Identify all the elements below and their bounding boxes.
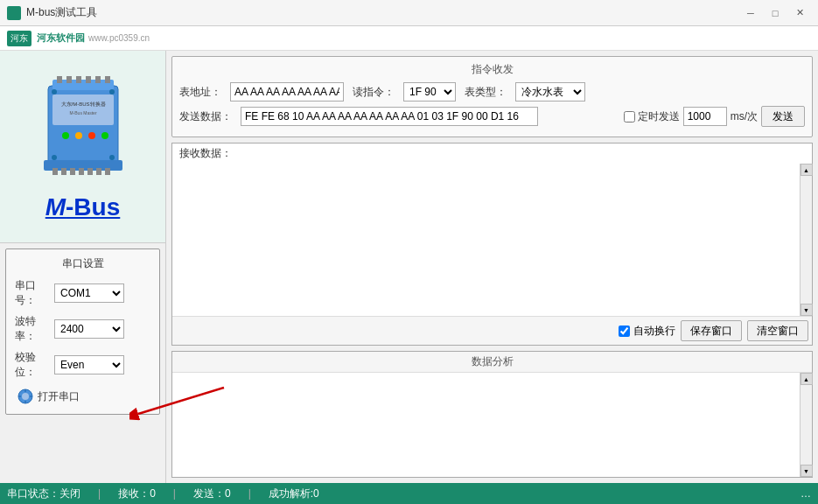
timed-send-label: 定时发送 xyxy=(638,109,680,124)
header-logo: 河东 河东软件园 www.pc0359.cn xyxy=(0,26,818,51)
status-bar: 串口状态：关闭 | 接收：0 | 发送：0 | 成功解析:0 … xyxy=(0,483,818,504)
svg-text:大东/M-BUS转换器: 大东/M-BUS转换器 xyxy=(60,101,105,107)
device-image-area: 大东/M-BUS转换器 M-Bus Master M-Bus xyxy=(0,51,165,243)
device-image: 大东/M-BUS转换器 M-Bus Master xyxy=(35,73,131,186)
parity-label: 校验位： xyxy=(15,350,54,380)
send-data-input[interactable] xyxy=(241,107,538,126)
scroll-down-btn[interactable]: ▼ xyxy=(801,304,813,316)
baud-label: 波特率： xyxy=(15,314,54,344)
svg-rect-3 xyxy=(57,76,62,83)
scroll-up-btn[interactable]: ▲ xyxy=(801,164,813,176)
svg-point-20 xyxy=(75,132,82,139)
serial-settings-title: 串口设置 xyxy=(15,256,150,271)
svg-rect-11 xyxy=(70,168,75,175)
svg-rect-4 xyxy=(66,76,72,83)
interval-input[interactable] xyxy=(683,107,727,126)
window-controls: ─ □ ✕ xyxy=(739,4,811,22)
svg-rect-6 xyxy=(86,76,91,83)
svg-point-23 xyxy=(52,89,57,94)
close-button[interactable]: ✕ xyxy=(788,4,811,22)
right-panel: 指令收发 表地址： 读指令： 1F 90 7F 90 表类型： 冷水水表 热水水… xyxy=(166,51,818,483)
auto-wrap-checkbox-label[interactable]: 自动换行 xyxy=(619,320,675,341)
analysis-scroll-down[interactable]: ▼ xyxy=(801,465,813,477)
receive-count: 接收：0 xyxy=(118,486,156,501)
svg-rect-9 xyxy=(52,168,58,175)
command-section: 指令收发 表地址： 读指令： 1F 90 7F 90 表类型： 冷水水表 热水水… xyxy=(171,56,813,137)
data-analysis-content[interactable] xyxy=(172,373,800,477)
port-row: 串口号： COM1 COM2 COM3 COM4 xyxy=(15,278,150,308)
command-section-title: 指令收发 xyxy=(179,62,805,77)
parity-select[interactable]: Even Odd None xyxy=(54,355,124,374)
port-status: 串口状态：关闭 xyxy=(7,486,80,501)
receive-content[interactable] xyxy=(172,164,800,316)
data-analysis-title: 数据分析 xyxy=(172,352,812,373)
interval-unit: ms/次 xyxy=(731,109,758,124)
send-data-label: 发送数据： xyxy=(179,109,232,124)
svg-point-21 xyxy=(88,132,95,139)
open-port-label: 打开串口 xyxy=(38,389,80,404)
svg-rect-5 xyxy=(76,76,81,83)
clear-window-button[interactable]: 清空窗口 xyxy=(747,320,808,341)
receive-controls: 自动换行 保存窗口 清空窗口 xyxy=(172,316,812,345)
save-window-button[interactable]: 保存窗口 xyxy=(681,320,742,341)
svg-rect-8 xyxy=(105,76,110,83)
receive-label: 接收数据： xyxy=(172,144,812,164)
success-parse: 成功解析:0 xyxy=(269,486,319,501)
svg-point-28 xyxy=(22,393,29,400)
logo-company: 河东软件园 xyxy=(37,32,85,45)
baud-select[interactable]: 2400 4800 9600 19200 xyxy=(54,319,124,339)
svg-point-24 xyxy=(109,89,115,94)
read-cmd-select[interactable]: 1F 90 7F 90 xyxy=(403,82,456,102)
svg-point-19 xyxy=(62,132,69,139)
title-bar: M-bus测试工具 ─ □ ✕ xyxy=(0,0,818,26)
svg-rect-13 xyxy=(87,168,93,175)
logo-icon: 河东 xyxy=(7,31,31,46)
port-select[interactable]: COM1 COM2 COM3 COM4 xyxy=(54,284,124,303)
svg-point-25 xyxy=(52,155,57,160)
open-port-button[interactable]: 打开串口 xyxy=(15,386,150,407)
parity-row: 校验位： Even Odd None xyxy=(15,350,150,380)
app-icon xyxy=(7,6,21,20)
baud-row: 波特率： 2400 4800 9600 19200 xyxy=(15,314,150,344)
receive-section: 接收数据： ▲ ▼ 自动换行 保存窗口 清空窗口 xyxy=(171,143,813,346)
port-icon xyxy=(17,388,34,405)
addr-input[interactable] xyxy=(230,82,344,102)
logo-url: www.pc0359.cn xyxy=(88,33,150,43)
analysis-scroll-up[interactable]: ▲ xyxy=(801,373,813,385)
svg-point-26 xyxy=(109,155,115,160)
svg-rect-12 xyxy=(79,168,84,175)
meter-type-select[interactable]: 冷水水表 热水水表 电表 气表 xyxy=(515,82,585,102)
read-cmd-label: 读指令： xyxy=(353,85,395,100)
svg-rect-7 xyxy=(95,76,101,83)
svg-rect-10 xyxy=(61,168,66,175)
auto-wrap-label: 自动换行 xyxy=(633,324,675,339)
cmd-row-2: 发送数据： 定时发送 ms/次 发送 xyxy=(179,106,805,127)
timed-send-area: 定时发送 ms/次 发送 xyxy=(624,106,805,127)
receive-scrollbar: ▲ ▼ xyxy=(800,164,812,316)
minimize-button[interactable]: ─ xyxy=(739,4,762,22)
send-button[interactable]: 发送 xyxy=(761,106,805,127)
port-label: 串口号： xyxy=(15,278,54,308)
serial-settings-panel: 串口设置 串口号： COM1 COM2 COM3 COM4 波特率： 2400 xyxy=(0,243,165,420)
timed-send-checkbox-label[interactable]: 定时发送 xyxy=(624,109,680,124)
meter-type-label: 表类型： xyxy=(465,85,507,100)
cmd-row-1: 表地址： 读指令： 1F 90 7F 90 表类型： 冷水水表 热水水表 电表 … xyxy=(179,82,805,102)
status-dots: … xyxy=(801,487,811,500)
svg-rect-14 xyxy=(96,168,101,175)
send-count: 发送：0 xyxy=(193,486,231,501)
data-analysis-section: 数据分析 ▲ ▼ xyxy=(171,351,813,478)
svg-text:M-Bus Master: M-Bus Master xyxy=(69,110,96,116)
title-bar-text: M-bus测试工具 xyxy=(26,5,739,20)
svg-rect-15 xyxy=(105,168,110,175)
maximize-button[interactable]: □ xyxy=(764,4,787,22)
svg-point-22 xyxy=(101,132,108,139)
analysis-scrollbar: ▲ ▼ xyxy=(800,373,812,477)
auto-wrap-checkbox[interactable] xyxy=(619,326,630,337)
addr-label: 表地址： xyxy=(179,85,221,100)
left-panel: 大东/M-BUS转换器 M-Bus Master M-Bus 串口设 xyxy=(0,51,166,483)
mbus-logo: M-Bus xyxy=(45,193,121,221)
timed-send-checkbox[interactable] xyxy=(624,111,635,122)
